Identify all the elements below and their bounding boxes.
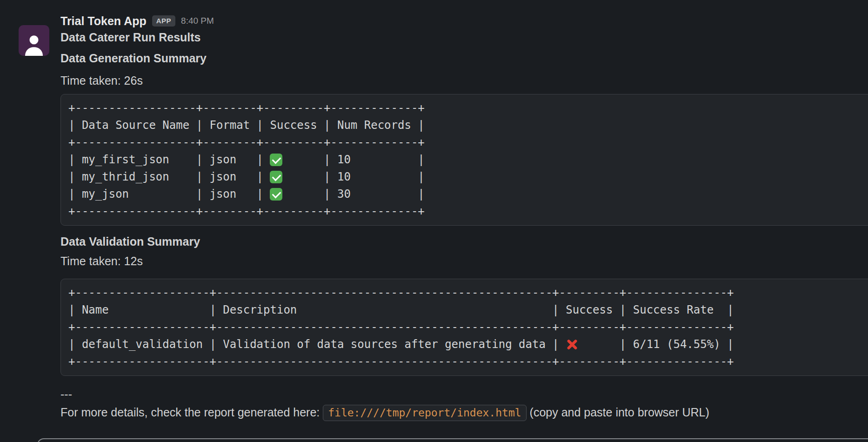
code-line: | my_json | json | | 30 | (68, 186, 868, 203)
success-check-emoji (270, 151, 283, 168)
validation-time-taken: Time taken: 12s (60, 253, 868, 270)
code-text: +--------------------+------------------… (68, 286, 734, 299)
code-text: +------------------+--------+---------+-… (68, 205, 425, 218)
code-line: +------------------+--------+---------+-… (68, 203, 868, 220)
generation-summary-heading: Data Generation Summary (60, 50, 868, 67)
code-text: | my_first_json | json | (68, 153, 270, 166)
message-title: Data Caterer Run Results (60, 29, 868, 46)
success-check-emoji (270, 168, 283, 186)
code-line: +------------------+--------+---------+-… (68, 100, 868, 117)
code-line: +--------------------+------------------… (68, 284, 868, 301)
code-text: | default_validation | Validation of dat… (68, 338, 566, 351)
code-line: | Name | Description | Success | Success… (68, 301, 868, 319)
code-line: | default_validation | Validation of dat… (68, 336, 868, 353)
report-path-inline-code[interactable]: file:////tmp/report/index.html (323, 405, 526, 421)
message-timestamp[interactable]: 8:40 PM (181, 16, 214, 26)
success-check-emoji (270, 186, 283, 203)
code-line: +--------------------+------------------… (68, 353, 868, 370)
person-icon (22, 32, 46, 56)
code-text: +--------------------+------------------… (68, 355, 734, 368)
divider-text: --- (60, 386, 868, 403)
code-text: +------------------+--------+---------+-… (68, 101, 425, 114)
failure-cross-emoji (566, 336, 579, 353)
message-header: Trial Token App APP 8:40 PM (60, 13, 868, 29)
generation-results-code-block: +------------------+--------+---------+-… (60, 94, 868, 226)
code-line: | my_first_json | json | | 10 | (68, 151, 868, 168)
code-line: | Data Source Name | Format | Success | … (68, 117, 868, 134)
app-avatar[interactable] (19, 25, 49, 56)
code-text: +------------------+--------+---------+-… (68, 136, 425, 149)
code-text: | 10 | (283, 153, 424, 166)
code-text: | 10 | (283, 170, 424, 183)
code-text: | Data Source Name | Format | Success | … (68, 119, 425, 132)
code-text: | my_thrid_json | json | (68, 170, 270, 183)
code-line: +------------------+--------+---------+-… (68, 134, 868, 151)
validation-results-code-block: +--------------------+------------------… (60, 279, 868, 376)
validation-summary-heading: Data Validation Summary (60, 233, 868, 250)
slack-message: Trial Token App APP 8:40 PM Data Caterer… (0, 13, 868, 422)
footer-line: For more details, check the report gener… (60, 404, 868, 422)
footer-suffix: (copy and paste into browser URL) (527, 406, 709, 419)
code-text: | my_json | json | (68, 188, 270, 201)
code-text: | 6/11 (54.55%) | (579, 338, 734, 351)
code-text: | 30 | (283, 188, 424, 201)
code-line: | my_thrid_json | json | | 10 | (68, 168, 868, 186)
code-text: +--------------------+------------------… (68, 321, 734, 334)
code-line: +--------------------+------------------… (68, 319, 868, 336)
footer-prefix: For more details, check the report gener… (60, 406, 323, 419)
generation-time-taken: Time taken: 26s (60, 72, 868, 89)
app-badge: APP (152, 15, 175, 27)
code-text: | Name | Description | Success | Success… (68, 303, 734, 316)
message-input-box[interactable] (37, 438, 868, 442)
sender-name[interactable]: Trial Token App (60, 13, 147, 29)
